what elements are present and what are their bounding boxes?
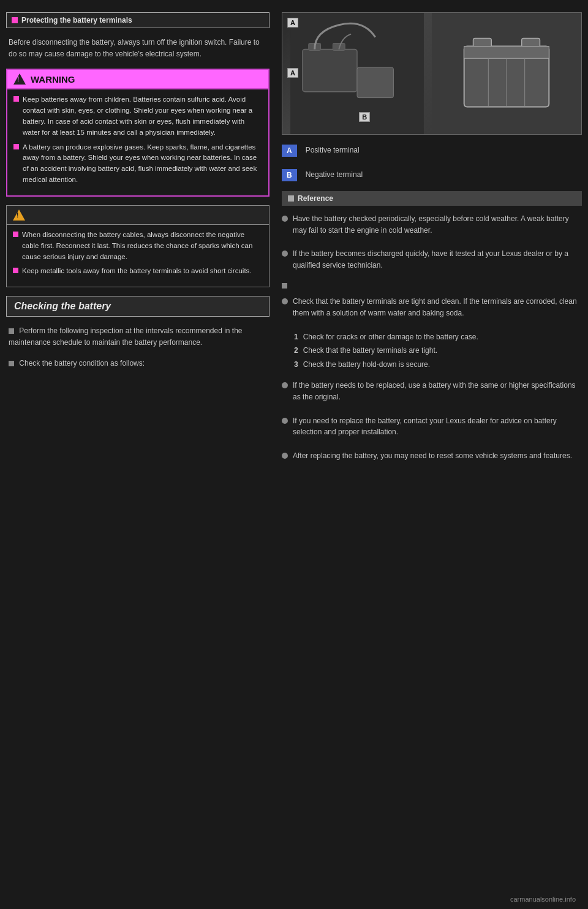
image-label-b: B: [359, 112, 370, 122]
right-bullet-row-5: If you need to replace the battery, cont…: [282, 415, 582, 438]
left-column: Protecting the battery terminals Before …: [6, 12, 270, 897]
battery-image-left: A A B: [282, 13, 432, 134]
label-a-row: A Positive terminal: [282, 142, 582, 159]
right-sub-square: [282, 283, 287, 289]
right-bullet-text-6: After replacing the battery, you may nee…: [293, 450, 572, 462]
ref-square-icon: [288, 195, 294, 202]
num-item-3: 3 Check the battery hold-down is secure.: [294, 359, 582, 371]
left-bottom-square-2: [9, 361, 14, 366]
num-text-3: Check the battery hold-down is secure.: [303, 359, 430, 371]
num-item-1: 1 Check for cracks or other damage to th…: [294, 331, 582, 343]
bullet-dot-2: [282, 251, 288, 257]
section1-square-icon: [12, 17, 18, 23]
left-bottom-text1: Perform the following inspection at the …: [9, 326, 243, 347]
caution-triangle-icon: [13, 209, 25, 221]
label-b-desc: Negative terminal: [306, 169, 363, 180]
caution-header: [7, 206, 269, 225]
caution-content: When disconnecting the battery cables, a…: [7, 225, 269, 287]
reference-header-text: Reference: [298, 194, 333, 203]
bullet-dot-3: [282, 298, 288, 304]
battery-image-right: [432, 13, 581, 134]
right-bullet-text-3: Check that the battery terminals are tig…: [293, 296, 582, 319]
warning-pink-square-2: [13, 144, 19, 149]
right-bullet-text-1: Have the battery checked periodically, e…: [293, 213, 582, 236]
svg-rect-9: [464, 46, 549, 58]
footer-url: carmanualsonline.info: [510, 896, 576, 903]
image-label-a1: A: [287, 18, 298, 28]
bullet-dot-4: [282, 382, 288, 388]
right-bullet-row-2: If the battery becomes discharged quickl…: [282, 248, 582, 271]
right-bullet-text-2: If the battery becomes discharged quickl…: [293, 248, 582, 271]
section1-header-text: Protecting the battery terminals: [21, 16, 132, 25]
num-2: 2: [294, 346, 298, 355]
right-bullet-row-1: Have the battery checked periodically, e…: [282, 213, 582, 236]
reference-section-header: Reference: [282, 191, 582, 206]
numbered-list-container: 1 Check for cracks or other damage to th…: [282, 331, 582, 373]
bullet-dot-5: [282, 418, 288, 424]
bullet-dot-6: [282, 453, 288, 459]
section1-header-box: Protecting the battery terminals: [6, 12, 270, 28]
warning-title: WARNING: [31, 74, 75, 85]
page-footer: carmanualsonline.info: [510, 896, 576, 903]
battery-left-svg: [282, 13, 432, 134]
warning-box: WARNING Keep batteries away from childre…: [6, 69, 270, 197]
right-sub-section: [282, 283, 582, 289]
svg-rect-4: [357, 67, 393, 98]
caution-box: When disconnecting the battery cables, a…: [6, 205, 270, 287]
left-bottom-square-1: [9, 328, 14, 334]
label-badge-a: A: [282, 145, 297, 157]
left-bottom-text2: Check the battery condition as follows:: [19, 359, 145, 368]
caution-pink-square-2: [13, 268, 18, 273]
right-bullet-text-4: If the battery needs to be replaced, use…: [293, 380, 582, 402]
num-text-2: Check that the battery terminals are tig…: [303, 345, 437, 356]
warning-text-1: Keep batteries away from children. Batte…: [23, 94, 262, 138]
label-a-desc: Positive terminal: [306, 145, 360, 156]
svg-rect-3: [333, 43, 345, 51]
right-column: A A B: [276, 12, 582, 897]
caution-text-1: When disconnecting the battery cables, a…: [22, 230, 263, 262]
page-container: Protecting the battery terminals Before …: [0, 0, 588, 909]
left-bottom-body1: Perform the following inspection at the …: [6, 325, 270, 349]
right-bullet-row-6: After replacing the battery, you may nee…: [282, 450, 582, 462]
section1-body: Before disconnecting the battery, always…: [6, 37, 270, 60]
num-item-2: 2 Check that the battery terminals are t…: [294, 345, 582, 356]
warning-header: WARNING: [7, 70, 268, 88]
warning-pink-square-1: [13, 96, 19, 102]
warning-item-1: Keep batteries away from children. Batte…: [13, 94, 262, 138]
warning-triangle-icon: [13, 74, 26, 85]
label-badge-b: B: [282, 169, 297, 181]
num-text-1: Check for cracks or other damage to the …: [303, 331, 478, 343]
battery-image-box: A A B: [282, 12, 582, 135]
bullet-dot-1: [282, 216, 288, 222]
left-bottom-body2: Check the battery condition as follows:: [6, 358, 270, 369]
label-b-row: B Negative terminal: [282, 167, 582, 184]
warning-text-2: A battery can produce explosive gases. K…: [23, 142, 262, 186]
image-label-a2: A: [287, 68, 298, 78]
right-bullet-text-5: If you need to replace the battery, cont…: [293, 415, 582, 438]
svg-rect-1: [303, 49, 357, 91]
warning-item-2: A battery can produce explosive gases. K…: [13, 142, 262, 186]
warning-content: Keep batteries away from children. Batte…: [7, 88, 268, 195]
caution-pink-square-1: [13, 232, 18, 237]
caution-item-1: When disconnecting the battery cables, a…: [13, 230, 263, 262]
checking-battery-title: Checking the battery: [14, 301, 111, 312]
battery-right-svg: [432, 13, 581, 134]
num-3: 3: [294, 360, 298, 369]
caution-text-2: Keep metallic tools away from the batter…: [22, 266, 252, 277]
right-bullet-row-3: Check that the battery terminals are tig…: [282, 296, 582, 319]
checking-battery-box: Checking the battery: [6, 296, 270, 317]
num-1: 1: [294, 333, 298, 341]
right-bullet-row-4: If the battery needs to be replaced, use…: [282, 380, 582, 402]
caution-item-2: Keep metallic tools away from the batter…: [13, 266, 263, 277]
